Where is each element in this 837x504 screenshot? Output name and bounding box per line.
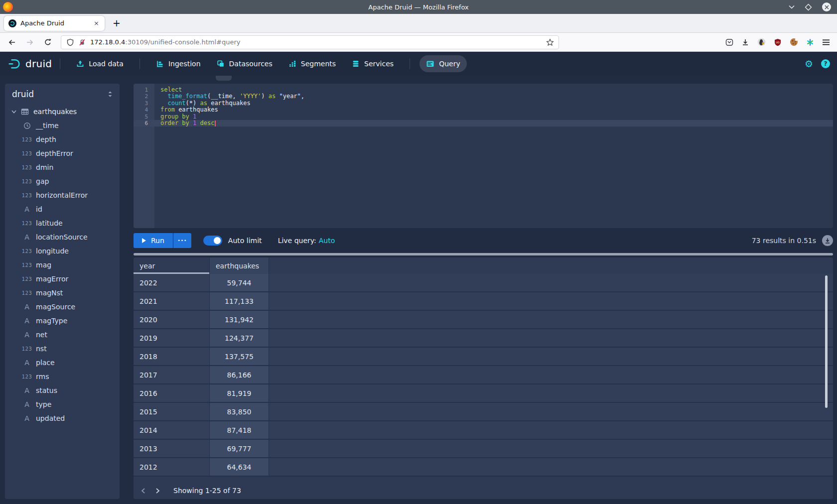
- bookmark-star-icon[interactable]: [546, 38, 554, 46]
- nav-item-load-data[interactable]: Load data: [70, 55, 130, 72]
- insecure-lock-icon[interactable]: [78, 38, 86, 46]
- sidebar-column-id[interactable]: Aid: [5, 202, 120, 216]
- live-query[interactable]: Live query:Auto: [278, 237, 335, 245]
- druid-logo[interactable]: druid: [7, 57, 52, 70]
- cell-year[interactable]: 2012: [134, 458, 209, 476]
- sidebar-column-horizontalError[interactable]: 123horizontalError: [5, 188, 120, 202]
- asterisk-extension-icon[interactable]: [806, 38, 814, 46]
- reload-icon[interactable]: [44, 38, 52, 46]
- live-query-value[interactable]: Auto: [319, 237, 335, 245]
- window-minimize-icon[interactable]: [789, 5, 795, 9]
- previous-page-icon[interactable]: [140, 488, 146, 494]
- sidebar-column-gap[interactable]: 123gap: [5, 174, 120, 188]
- sql-token: (*): [186, 100, 200, 107]
- forward-icon[interactable]: [26, 38, 34, 46]
- settings-gear-icon[interactable]: ⚙: [805, 59, 813, 69]
- sidebar-column-longitude[interactable]: 123longitude: [5, 244, 120, 258]
- sidebar-column-depthError[interactable]: 123depthError: [5, 146, 120, 160]
- row-filler: [269, 329, 833, 347]
- cell-year[interactable]: 2016: [134, 384, 209, 402]
- column-header-year[interactable]: year: [134, 257, 209, 274]
- row-filler: [269, 274, 833, 291]
- column-name: gap: [36, 177, 49, 185]
- sidebar-column-dmin[interactable]: 123dmin: [5, 160, 120, 174]
- ublock-icon[interactable]: UO: [774, 38, 782, 46]
- cell-year[interactable]: 2015: [134, 403, 209, 420]
- cell-year[interactable]: 2013: [134, 440, 209, 457]
- column-header-earthquakes[interactable]: earthquakes: [209, 257, 269, 274]
- schema-header[interactable]: druid: [5, 84, 120, 105]
- results-horizontal-scrollbar[interactable]: [134, 253, 833, 255]
- url-text[interactable]: 172.18.0.4:30109/unified-console.html#qu…: [90, 38, 240, 46]
- auto-limit-toggle[interactable]: [203, 236, 222, 246]
- sidebar-column-rms[interactable]: 123rms: [5, 370, 120, 383]
- cookie-icon[interactable]: [790, 38, 798, 46]
- new-tab-button[interactable]: +: [113, 18, 121, 28]
- cell-earthquakes[interactable]: 87,418: [209, 421, 269, 439]
- sidebar-column-net[interactable]: Anet: [5, 328, 120, 342]
- sidebar-column-place[interactable]: Aplace: [5, 356, 120, 370]
- cell-earthquakes[interactable]: 81,919: [209, 384, 269, 402]
- editor-top-handle[interactable]: [216, 76, 232, 81]
- extension-account-icon[interactable]: [757, 38, 766, 46]
- cell-year[interactable]: 2017: [134, 366, 209, 383]
- tab-close-icon[interactable]: ×: [93, 19, 100, 27]
- sidebar-column-magSource[interactable]: AmagSource: [5, 300, 120, 314]
- window-close-icon[interactable]: [822, 2, 831, 11]
- cell-year[interactable]: 2018: [134, 348, 209, 365]
- cell-earthquakes[interactable]: 124,377: [209, 329, 269, 347]
- sidebar-column-nst[interactable]: 123nst: [5, 342, 120, 356]
- cell-year[interactable]: 2014: [134, 421, 209, 439]
- back-icon[interactable]: [8, 38, 16, 46]
- sidebar-column-locationSource[interactable]: AlocationSource: [5, 230, 120, 244]
- download-results-icon[interactable]: [822, 235, 833, 246]
- cell-year[interactable]: 2022: [134, 274, 209, 291]
- cell-year[interactable]: 2020: [134, 311, 209, 328]
- column-name: depthError: [36, 149, 73, 157]
- sidebar-column-depth[interactable]: 123depth: [5, 132, 120, 146]
- column-name: rms: [36, 373, 49, 380]
- cell-earthquakes[interactable]: 69,777: [209, 440, 269, 457]
- nav-item-segments[interactable]: Segments: [282, 55, 342, 72]
- next-page-icon[interactable]: [154, 488, 160, 494]
- cell-earthquakes[interactable]: 83,850: [209, 403, 269, 420]
- nav-item-services[interactable]: Services: [345, 55, 400, 72]
- sidebar-table-earthquakes[interactable]: earthquakes: [5, 105, 120, 119]
- cell-earthquakes[interactable]: 117,133: [209, 292, 269, 310]
- sidebar-column-type[interactable]: Atype: [5, 397, 120, 411]
- cell-year[interactable]: 2021: [134, 292, 209, 310]
- tracking-shield-icon[interactable]: [66, 38, 74, 46]
- cell-earthquakes[interactable]: 64,634: [209, 458, 269, 476]
- nav-item-ingestion[interactable]: Ingestion: [149, 55, 207, 72]
- chevron-down-icon[interactable]: [11, 109, 17, 115]
- help-icon[interactable]: ?: [821, 59, 830, 68]
- downloads-icon[interactable]: [741, 38, 749, 46]
- cell-earthquakes[interactable]: 86,166: [209, 366, 269, 383]
- menu-hamburger-icon[interactable]: [822, 39, 830, 46]
- double-caret-sort-icon[interactable]: [108, 91, 113, 98]
- pocket-icon[interactable]: [725, 38, 733, 46]
- browser-tab[interactable]: Apache Druid ×: [4, 16, 105, 31]
- sql-editor[interactable]: select time_format(__time, 'YYYY') as "y…: [134, 84, 833, 228]
- sidebar-column-__time[interactable]: __time: [5, 119, 120, 132]
- run-more-button[interactable]: •••: [173, 233, 191, 248]
- cell-earthquakes[interactable]: 59,744: [209, 274, 269, 291]
- sidebar-column-updated[interactable]: Aupdated: [5, 411, 120, 425]
- sidebar-column-magType[interactable]: AmagType: [5, 314, 120, 328]
- cell-earthquakes[interactable]: 137,575: [209, 348, 269, 365]
- results-vertical-scrollbar[interactable]: [825, 275, 828, 408]
- cell-year[interactable]: 2019: [134, 329, 209, 347]
- sidebar-column-status[interactable]: Astatus: [5, 383, 120, 397]
- sidebar-column-magNst[interactable]: 123magNst: [5, 286, 120, 300]
- results-table: year earthquakes 202259,7442021117,13320…: [134, 257, 833, 499]
- cell-earthquakes[interactable]: 131,942: [209, 311, 269, 328]
- sidebar-column-magError[interactable]: 123magError: [5, 272, 120, 286]
- sidebar-column-latitude[interactable]: 123latitude: [5, 216, 120, 230]
- run-button[interactable]: Run: [134, 233, 173, 248]
- window-maximize-icon[interactable]: [805, 3, 812, 11]
- url-bar[interactable]: 172.18.0.4:30109/unified-console.html#qu…: [61, 35, 559, 49]
- sidebar-column-mag[interactable]: 123mag: [5, 258, 120, 272]
- nav-item-datasources[interactable]: Datasources: [210, 55, 279, 72]
- nav-item-query[interactable]: Query: [419, 55, 467, 72]
- sql-token: [189, 113, 193, 120]
